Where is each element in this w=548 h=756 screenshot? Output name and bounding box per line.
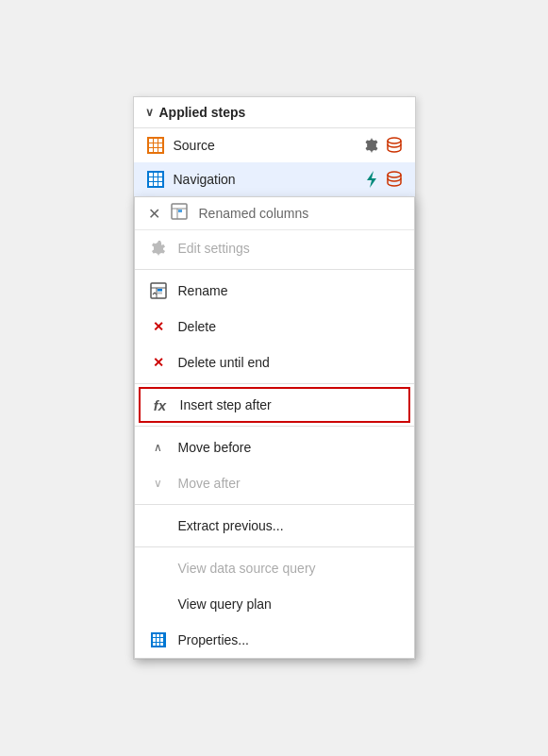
insert-step-label: Insert step after [180, 397, 272, 412]
divider-4 [135, 504, 414, 505]
menu-properties[interactable]: Properties... [135, 622, 414, 658]
delete-until-end-icon: ✕ [148, 352, 169, 373]
delete-until-end-label: Delete until end [178, 355, 270, 370]
nav-icon [145, 169, 166, 190]
rename-icon [148, 280, 169, 301]
svg-marker-1 [367, 171, 376, 188]
nav-lightning-icon[interactable] [362, 170, 381, 189]
steps-list: Source [134, 128, 415, 196]
rename-label: Rename [178, 283, 228, 298]
source-icon [145, 135, 166, 156]
menu-delete-until-end[interactable]: ✕ Delete until end [135, 344, 414, 380]
context-menu-header: ✕ Renamed columns [135, 197, 414, 230]
menu-view-data-source-query[interactable]: View data source query [135, 550, 414, 586]
delete-label: Delete [178, 319, 216, 334]
renamed-columns-icon [171, 203, 191, 224]
extract-previous-icon [148, 515, 169, 536]
renamed-columns-label: Renamed columns [199, 206, 309, 221]
nav-actions [362, 170, 404, 189]
source-gear-icon[interactable] [362, 136, 381, 155]
view-data-source-icon [148, 558, 169, 579]
divider-1 [135, 269, 414, 270]
menu-extract-previous[interactable]: Extract previous... [135, 508, 414, 544]
delete-icon: ✕ [148, 316, 169, 337]
divider-5 [135, 546, 414, 547]
svg-rect-6 [178, 210, 182, 212]
menu-insert-step-after[interactable]: fx Insert step after [139, 387, 410, 423]
view-query-plan-icon [148, 594, 169, 614]
move-after-label: Move after [178, 476, 241, 491]
move-before-label: Move before [178, 440, 252, 455]
source-actions [362, 136, 404, 155]
menu-view-query-plan[interactable]: View query plan [135, 586, 414, 622]
source-label: Source [174, 138, 362, 153]
properties-label: Properties... [178, 632, 249, 647]
svg-point-0 [388, 138, 401, 143]
step-source[interactable]: Source [134, 128, 415, 162]
menu-edit-settings[interactable]: Edit settings [135, 230, 414, 266]
close-button[interactable]: ✕ [144, 203, 165, 224]
view-data-source-label: View data source query [178, 561, 316, 576]
svg-rect-11 [158, 293, 162, 294]
menu-rename[interactable]: Rename [135, 273, 414, 309]
panel-title: Applied steps [159, 105, 246, 120]
menu-move-before[interactable]: ∧ Move before [135, 429, 414, 465]
step-navigation[interactable]: Navigation [134, 162, 415, 196]
extract-previous-label: Extract previous... [178, 518, 284, 533]
chevron-icon: ∨ [145, 106, 154, 119]
source-db-icon[interactable] [385, 136, 404, 155]
context-menu: ✕ Renamed columns [134, 196, 415, 659]
properties-icon [148, 630, 169, 650]
nav-db-icon[interactable] [385, 170, 404, 189]
view-query-plan-label: View query plan [178, 596, 272, 612]
divider-3 [135, 426, 414, 427]
edit-settings-icon [148, 238, 169, 259]
nav-label: Navigation [174, 172, 362, 187]
menu-delete[interactable]: ✕ Delete [135, 309, 414, 344]
svg-point-2 [388, 172, 401, 177]
move-after-icon: ∨ [148, 473, 169, 494]
svg-rect-10 [158, 289, 162, 292]
applied-steps-header: ∨ Applied steps [134, 97, 415, 128]
divider-2 [135, 383, 414, 384]
menu-move-after[interactable]: ∨ Move after [135, 465, 414, 501]
insert-step-icon: fx [150, 395, 171, 415]
edit-settings-label: Edit settings [178, 241, 250, 256]
move-before-icon: ∧ [148, 437, 169, 458]
